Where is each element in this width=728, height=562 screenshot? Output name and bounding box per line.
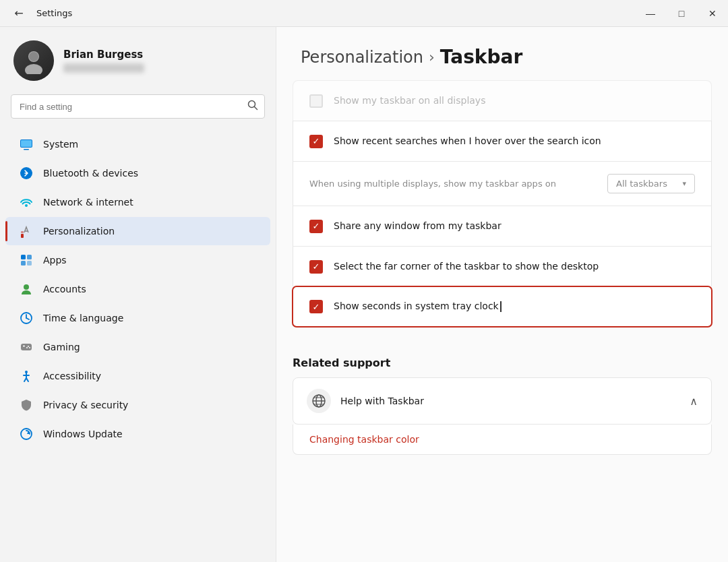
dropdown-taskbar-apps[interactable]: All taskbars ▾ — [607, 174, 695, 193]
user-profile: Brian Burgess — [0, 27, 276, 92]
sidebar-label-bluetooth: Bluetooth & devices — [43, 168, 138, 179]
setting-row-share-window: Share any window from my taskbar — [293, 206, 712, 246]
user-email-blurred — [63, 63, 144, 73]
breadcrumb-parent: Personalization — [301, 48, 423, 67]
sidebar: Brian Burgess — [0, 27, 276, 562]
close-button[interactable]: ✕ — [697, 0, 728, 27]
sidebar-item-accessibility[interactable]: Accessibility — [5, 362, 270, 390]
svg-line-31 — [26, 378, 28, 381]
support-item-left: Help with Taskbar — [307, 389, 424, 413]
sidebar-label-personalization: Personalization — [43, 226, 115, 237]
sidebar-item-time[interactable]: Time & language — [5, 304, 270, 332]
svg-rect-13 — [21, 255, 26, 259]
svg-point-9 — [25, 204, 28, 207]
sidebar-label-apps: Apps — [43, 255, 67, 266]
svg-rect-26 — [24, 345, 24, 347]
setting-row-multiple-displays: When using multiple displays, show my ta… — [293, 161, 712, 206]
apps-icon — [19, 253, 34, 268]
sidebar-label-accounts: Accounts — [43, 284, 86, 294]
globe-icon — [307, 389, 331, 413]
personalization-icon — [19, 224, 34, 239]
related-link-color[interactable]: Changing taskbar color — [293, 425, 712, 455]
setting-row-far-corner: Select the far corner of the taskbar to … — [293, 246, 712, 286]
svg-point-23 — [29, 347, 30, 348]
user-info: Brian Burgess — [63, 49, 144, 73]
avatar-svg — [20, 47, 47, 74]
page-header: Personalization › Taskbar — [276, 27, 728, 80]
sidebar-item-system[interactable]: System — [5, 130, 270, 158]
accessibility-icon — [19, 369, 34, 383]
setting-label-show-seconds: Show seconds in system tray clock — [334, 300, 695, 313]
avatar — [13, 40, 54, 81]
svg-rect-6 — [24, 149, 29, 150]
related-support-title: Related support — [276, 343, 728, 377]
svg-point-17 — [24, 284, 29, 290]
svg-point-22 — [28, 346, 29, 347]
sidebar-label-accessibility: Accessibility — [43, 371, 101, 381]
svg-rect-15 — [21, 261, 26, 266]
chevron-up-icon: ∧ — [690, 395, 698, 408]
svg-point-24 — [26, 347, 28, 348]
checkbox-far-corner[interactable] — [309, 260, 323, 274]
setting-label-far-corner: Select the far corner of the taskbar to … — [334, 260, 695, 274]
sidebar-item-privacy[interactable]: Privacy & security — [5, 391, 270, 419]
network-icon — [19, 195, 34, 210]
app-layout: Brian Burgess — [0, 27, 728, 562]
svg-rect-14 — [27, 255, 32, 259]
dropdown-value: All taskbars — [616, 179, 667, 189]
svg-point-2 — [29, 52, 38, 61]
window-controls: — □ ✕ — [635, 0, 728, 27]
sidebar-item-bluetooth[interactable]: Bluetooth & devices — [5, 159, 270, 187]
main-content: Personalization › Taskbar Show my taskba… — [276, 27, 728, 562]
multiple-displays-control: When using multiple displays, show my ta… — [309, 174, 695, 193]
minimize-button[interactable]: — — [635, 0, 666, 27]
svg-rect-16 — [27, 261, 32, 266]
breadcrumb-current: Taskbar — [440, 46, 522, 68]
sidebar-label-system: System — [43, 139, 78, 150]
titlebar-left: ← Settings — [8, 3, 72, 24]
settings-panel: Show my taskbar on all displays Show rec… — [276, 80, 728, 343]
time-icon — [19, 311, 34, 325]
setting-label-share-window: Share any window from my taskbar — [334, 220, 695, 233]
sidebar-item-accounts[interactable]: Accounts — [5, 275, 270, 303]
gaming-icon — [19, 340, 34, 354]
sidebar-item-gaming[interactable]: Gaming — [5, 333, 270, 361]
privacy-icon — [19, 398, 34, 412]
sidebar-label-privacy: Privacy & security — [43, 400, 128, 410]
user-name: Brian Burgess — [63, 49, 144, 61]
search-box — [11, 94, 265, 119]
breadcrumb-separator: › — [429, 49, 435, 65]
search-input[interactable] — [11, 94, 265, 119]
back-button[interactable]: ← — [8, 3, 30, 24]
nav-list: System Bluetooth & devices — [0, 127, 276, 451]
titlebar: ← Settings — □ ✕ — [0, 0, 728, 27]
svg-rect-7 — [21, 140, 32, 147]
setting-label-all-displays: Show my taskbar on all displays — [334, 94, 695, 108]
svg-rect-21 — [21, 344, 32, 350]
sidebar-item-update[interactable]: Windows Update — [5, 420, 270, 448]
sidebar-item-network[interactable]: Network & internet — [5, 188, 270, 216]
support-item-help-taskbar[interactable]: Help with Taskbar ∧ — [293, 377, 712, 425]
checkbox-all-displays[interactable] — [309, 94, 323, 108]
accounts-icon — [19, 282, 34, 296]
cursor-indicator — [500, 301, 502, 312]
titlebar-title: Settings — [36, 8, 72, 18]
update-icon — [19, 427, 34, 441]
checkbox-show-seconds[interactable] — [309, 300, 323, 313]
setting-row-recent-searches: Show recent searches when I hover over t… — [293, 121, 712, 161]
checkbox-share-window[interactable] — [309, 220, 323, 233]
svg-point-1 — [25, 64, 42, 74]
sidebar-item-personalization[interactable]: Personalization — [5, 217, 270, 245]
support-label-taskbar: Help with Taskbar — [340, 396, 424, 406]
maximize-button[interactable]: □ — [666, 0, 697, 27]
sidebar-label-gaming: Gaming — [43, 342, 80, 352]
system-icon — [19, 137, 34, 152]
sidebar-label-update: Windows Update — [43, 429, 123, 439]
back-icon: ← — [14, 7, 23, 20]
sidebar-label-time: Time & language — [43, 313, 123, 323]
checkbox-recent-searches[interactable] — [309, 135, 323, 148]
breadcrumb: Personalization › Taskbar — [301, 46, 704, 68]
setting-label-recent-searches: Show recent searches when I hover over t… — [334, 135, 695, 148]
setting-row-show-seconds: Show seconds in system tray clock — [293, 286, 712, 327]
sidebar-item-apps[interactable]: Apps — [5, 246, 270, 274]
